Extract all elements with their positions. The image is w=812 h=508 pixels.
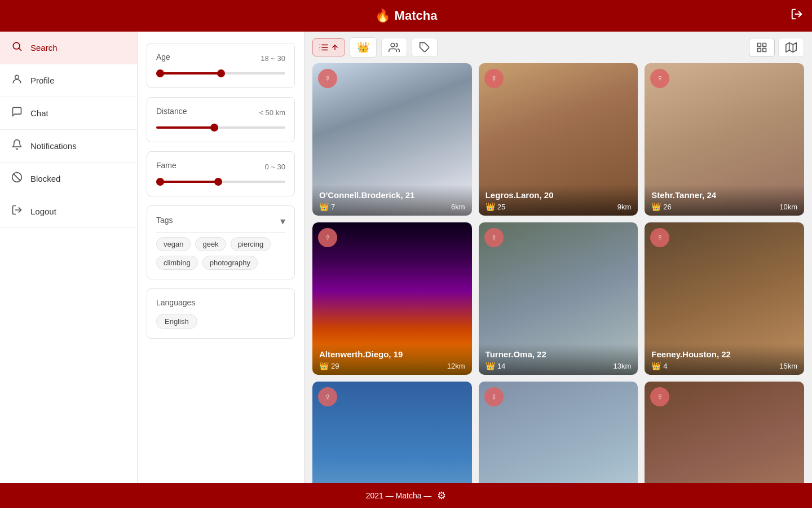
card-4[interactable]: ♀ Altenwerth.Diego, 19 👑 29 12km: [312, 222, 472, 375]
chat-icon: [11, 106, 23, 120]
footer-text: 2021 — Matcha —: [366, 491, 432, 500]
distance-value: < 50 km: [259, 108, 285, 117]
age-thumb-left[interactable]: [156, 69, 164, 77]
sidebar-item-notifications[interactable]: Notifications: [0, 130, 137, 163]
sidebar-label-notifications: Notifications: [30, 141, 77, 151]
sidebar-item-search[interactable]: Search: [0, 32, 137, 64]
gender-badge: ♀: [484, 69, 504, 88]
fame-value: 14: [497, 362, 505, 370]
profile-icon: [11, 73, 23, 87]
card-8[interactable]: ♀ Card.Eight, 25 👑 8 20km: [479, 382, 638, 483]
svg-line-5: [14, 174, 20, 181]
flame-icon: 🔥: [375, 8, 390, 23]
card-3[interactable]: ♀ Stehr.Tanner, 24 👑 26 10km: [645, 63, 804, 216]
card-name: Stehr.Tanner, 24: [651, 190, 797, 200]
sidebar-item-blocked[interactable]: Blocked: [0, 163, 137, 195]
card-meta: 👑 14 13km: [486, 361, 632, 370]
fame-thumb-left[interactable]: [156, 178, 164, 186]
sort-button[interactable]: [312, 38, 345, 56]
fame-value: 7: [331, 203, 335, 211]
distance-thumb[interactable]: [210, 124, 218, 132]
card-info: Legros.Laron, 20 👑 25 9km: [479, 185, 638, 216]
card-name: Altenwerth.Diego, 19: [319, 349, 465, 359]
sidebar: Search Profile Chat Not: [0, 32, 138, 483]
tags-label: Tags: [156, 216, 173, 225]
app-title: 🔥 Matcha: [375, 8, 438, 23]
card-2[interactable]: ♀ Legros.Laron, 20 👑 25 9km: [479, 63, 638, 216]
gender-badge: ♀: [484, 387, 504, 406]
crown-icon: 👑: [486, 361, 495, 370]
card-meta: 👑 25 9km: [486, 202, 632, 211]
card-meta: 👑 7 6km: [319, 202, 465, 211]
tag-chip-photography[interactable]: photography: [202, 256, 258, 270]
tag-chip-climbing[interactable]: climbing: [156, 256, 198, 270]
distance-value: 13km: [614, 362, 632, 370]
footer-gear-icon[interactable]: ⚙: [437, 489, 446, 502]
sidebar-label-profile: Profile: [30, 76, 55, 85]
svg-point-14: [391, 43, 395, 47]
card-meta: 👑 4 15km: [651, 361, 797, 370]
person-filter-button[interactable]: [381, 38, 407, 57]
card-fame: 👑 14: [486, 361, 505, 370]
age-value: 18 ~ 30: [261, 54, 285, 63]
sidebar-label-blocked: Blocked: [30, 174, 60, 183]
age-label: Age: [156, 52, 170, 62]
fame-value: 0 ~ 30: [264, 163, 285, 171]
crown-icon: 👑: [651, 361, 661, 370]
gender-badge: ♀: [650, 228, 669, 247]
distance-filter: Distance < 50 km: [147, 97, 295, 142]
top-logout-button[interactable]: [791, 8, 803, 24]
card-7[interactable]: ♀ Card.Seven, 23 👑 11 18km: [312, 382, 472, 483]
language-chip-english[interactable]: English: [156, 314, 197, 329]
card-1[interactable]: ♀ O'Connell.Broderick, 21 👑 7 6km: [312, 63, 472, 216]
distance-value: 10km: [779, 203, 797, 211]
card-name: O'Connell.Broderick, 21: [319, 190, 465, 200]
crown-icon: 👑: [486, 202, 495, 211]
card-info: Stehr.Tanner, 24 👑 26 10km: [645, 185, 804, 216]
sidebar-item-chat[interactable]: Chat: [0, 97, 137, 130]
crown-icon: 👑: [319, 202, 329, 211]
content-area: 👑: [304, 32, 812, 483]
notifications-icon: [11, 139, 23, 153]
bottom-bar: 2021 — Matcha — ⚙: [0, 483, 812, 508]
sidebar-item-profile[interactable]: Profile: [0, 64, 137, 97]
card-info: O'Connell.Broderick, 21 👑 7 6km: [312, 185, 472, 216]
crown-icon: 👑: [651, 202, 661, 211]
tag-chip-geek[interactable]: geek: [195, 237, 226, 251]
grid-view-button[interactable]: [749, 38, 775, 57]
card-fame: 👑 25: [486, 202, 505, 211]
gender-badge: ♀: [484, 228, 504, 247]
card-9[interactable]: ♀ Card.Nine, 27 👑 15 22km: [645, 382, 804, 483]
tags-dropdown-icon[interactable]: ▾: [280, 215, 285, 227]
svg-point-3: [15, 75, 19, 79]
map-view-button[interactable]: [778, 38, 804, 57]
card-name: Legros.Laron, 20: [486, 190, 632, 200]
tags-filter: Tags ▾ vegan geek piercing climbing phot…: [147, 205, 295, 279]
svg-rect-19: [763, 49, 766, 52]
gender-badge: ♀: [318, 228, 337, 247]
cards-grid: ♀ O'Connell.Broderick, 21 👑 7 6km ♀ Legr…: [304, 63, 812, 483]
svg-rect-18: [758, 49, 761, 52]
card-5[interactable]: ♀ Turner.Oma, 22 👑 14 13km: [479, 222, 638, 375]
languages-label: Languages: [156, 298, 195, 307]
distance-value: 12km: [447, 362, 465, 370]
sidebar-item-logout[interactable]: Logout: [0, 195, 137, 228]
card-fame: 👑 26: [651, 202, 671, 211]
card-name: Turner.Oma, 22: [486, 349, 632, 359]
age-thumb-right[interactable]: [217, 69, 225, 77]
fame-thumb-right[interactable]: [214, 178, 222, 186]
crown-icon: 👑: [319, 361, 329, 370]
sidebar-label-chat: Chat: [30, 108, 48, 118]
crown-filter-button[interactable]: 👑: [350, 37, 377, 58]
sidebar-label-search: Search: [30, 43, 58, 52]
toolbar-right: [749, 38, 804, 57]
tag-chip-vegan[interactable]: vegan: [156, 237, 191, 251]
tag-chip-piercing[interactable]: piercing: [231, 237, 271, 251]
fame-value: 25: [497, 203, 505, 211]
languages-filter: Languages English: [147, 288, 295, 339]
card-6[interactable]: ♀ Feeney.Houston, 22 👑 4 15km: [645, 222, 804, 375]
card-info: Altenwerth.Diego, 19 👑 29 12km: [312, 344, 472, 375]
top-bar: 🔥 Matcha: [0, 0, 812, 32]
card-info: Turner.Oma, 22 👑 14 13km: [479, 344, 638, 375]
tag-filter-button[interactable]: [412, 38, 438, 57]
